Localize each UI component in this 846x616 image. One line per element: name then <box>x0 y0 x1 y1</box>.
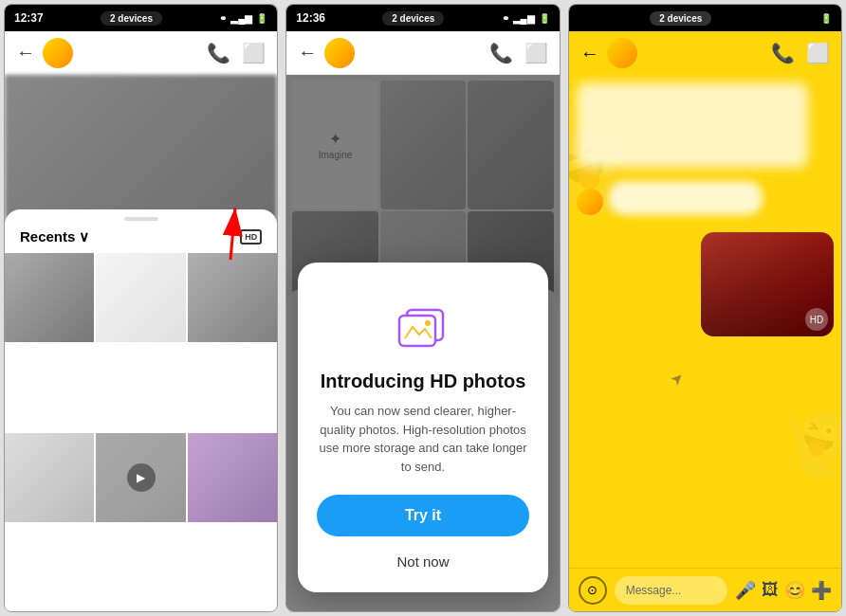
phone1-content: Recents ∨ HD ▶ <box>5 75 277 611</box>
red-arrow-indicator <box>188 193 245 269</box>
blurred-message-bubble <box>609 181 763 215</box>
phones-container: 12:37 2 devices ⚭ ▂▄▆ 🔋 ← 📞 ⬜ <box>0 0 846 616</box>
status-icons-2: ⚭ ▂▄▆ 🔋 <box>502 13 550 24</box>
svg-rect-3 <box>399 316 435 346</box>
photo-grid-1: ▶ <box>5 253 277 612</box>
hd-photos-modal: Introducing HD photos You can now send c… <box>298 263 547 592</box>
photo-cell-1[interactable] <box>5 253 94 342</box>
status-icons-3: ⚭ ▂▄▆ 🔋 <box>783 13 832 24</box>
back-button-2[interactable]: ← <box>298 42 317 63</box>
photo-cell-2[interactable] <box>96 253 185 342</box>
blurred-content-1 <box>577 82 808 168</box>
battery-icon-2: 🔋 <box>539 13 550 24</box>
chevron-down-icon-1[interactable]: ∨ <box>79 228 89 245</box>
modal-description: You can now send clearer, higher-quality… <box>317 402 528 476</box>
nav-bar-3: ← 📞 ⬜ <box>569 31 841 75</box>
devices-pill-3: 2 devices <box>650 11 711 26</box>
devices-pill-2: 2 devices <box>382 11 444 26</box>
try-it-button[interactable]: Try it <box>317 495 528 536</box>
battery-icon-3: 🔋 <box>820 13 832 24</box>
status-bar-3: 2 devices ⚭ ▂▄▆ 🔋 <box>569 5 841 31</box>
back-button-1[interactable]: ← <box>16 42 35 63</box>
hd-badge-photo: HD <box>810 315 823 325</box>
sheet-handle-1 <box>124 217 158 221</box>
sender-avatar <box>577 189 603 215</box>
time-2: 12:36 <box>296 11 325 25</box>
status-bar-1: 12:37 2 devices ⚭ ▂▄▆ 🔋 <box>5 5 277 31</box>
photo-card[interactable]: HD <box>701 232 834 336</box>
sheet-title-1: Recents ∨ <box>20 228 89 245</box>
avatar-3[interactable] <box>607 38 637 68</box>
nav-left-3: ← <box>580 38 637 68</box>
time-1: 12:37 <box>14 11 44 25</box>
photo-cell-4[interactable] <box>5 433 94 522</box>
avatar-2[interactable] <box>324 38 355 68</box>
nav-right-1: 📞 ⬜ <box>207 42 266 64</box>
send-icon[interactable]: ➤ <box>667 368 689 390</box>
not-now-button[interactable]: Not now <box>393 550 452 573</box>
photo-cell-6[interactable] <box>188 433 277 522</box>
phone-3: 2 devices ⚭ ▂▄▆ 🔋 ← 📞 ⬜ 👻 👻 <box>568 4 842 612</box>
svg-line-1 <box>230 208 235 260</box>
phone2-content: ✦ Imagine Recents HD <box>286 75 559 611</box>
play-icon: ▶ <box>137 471 145 484</box>
hd-modal-icon <box>390 289 456 355</box>
battery-icon: 🔋 <box>256 13 267 24</box>
phone-icon-3[interactable]: 📞 <box>771 42 795 64</box>
phone-2: 12:36 2 devices ⚭ ▂▄▆ 🔋 ← 📞 ⬜ ✦ <box>285 4 560 612</box>
chat-message-area: HD ➤ <box>577 82 834 604</box>
bluetooth-icon-3: ⚭ <box>783 13 791 24</box>
phone-1: 12:37 2 devices ⚭ ▂▄▆ 🔋 ← 📞 ⬜ <box>4 4 278 612</box>
photo-cell-5[interactable]: ▶ <box>96 433 185 522</box>
nav-left-2: ← <box>298 38 355 68</box>
signal-icon-2: ▂▄▆ <box>513 13 535 24</box>
video-icon-2[interactable]: ⬜ <box>524 42 548 64</box>
back-button-3[interactable]: ← <box>580 43 599 64</box>
video-icon-1[interactable]: ⬜ <box>242 42 266 64</box>
video-icon-3[interactable]: ⬜ <box>806 42 830 64</box>
svg-point-4 <box>425 320 431 326</box>
nav-bar-1: ← 📞 ⬜ <box>5 31 277 75</box>
phone-icon-2[interactable]: 📞 <box>489 42 513 64</box>
avatar-1[interactable] <box>43 38 73 68</box>
phone-icon-1[interactable]: 📞 <box>207 42 230 64</box>
modal-title: Introducing HD photos <box>317 371 528 392</box>
nav-right-3: 📞 ⬜ <box>771 42 830 64</box>
nav-left-1: ← <box>16 38 73 68</box>
nav-right-2: 📞 ⬜ <box>489 42 548 64</box>
signal-icon: ▂▄▆ <box>230 13 252 24</box>
nav-bar-2: ← 📞 ⬜ <box>286 31 559 75</box>
status-bar-2: 12:36 2 devices ⚭ ▂▄▆ 🔋 <box>286 5 559 31</box>
devices-pill-1: 2 devices <box>101 11 162 26</box>
recents-label-1: Recents <box>20 228 75 245</box>
chat-message-row <box>577 181 834 215</box>
phone3-content: 👻 👻 HD <box>569 75 841 611</box>
chat-content: HD ➤ <box>569 75 841 611</box>
bottom-sheet-1[interactable]: Recents ∨ HD ▶ <box>5 209 277 612</box>
photo-badge: HD <box>805 308 828 331</box>
bluetooth-icon: ⚭ <box>219 13 227 24</box>
signal-icon-3: ▂▄▆ <box>795 13 817 24</box>
bluetooth-icon-2: ⚭ <box>502 13 509 24</box>
status-icons-1: ⚭ ▂▄▆ 🔋 <box>219 13 267 24</box>
